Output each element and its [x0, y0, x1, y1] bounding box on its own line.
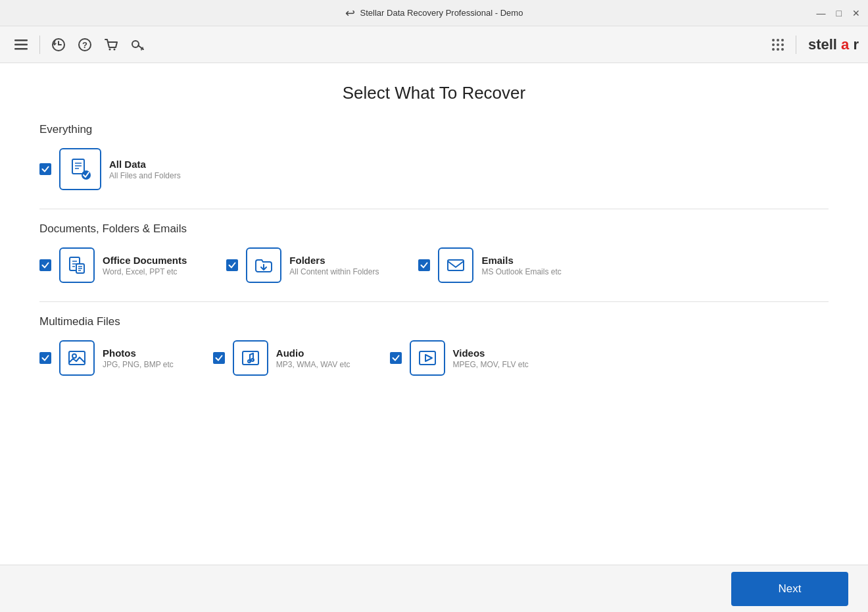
multimedia-section: Multimedia Files Photos [39, 315, 829, 376]
checkmark-icon [392, 354, 400, 362]
toolbar-separator-2 [796, 36, 796, 54]
office-documents-icon [67, 255, 87, 275]
emails-desc: MS Outlook Emails etc [481, 267, 561, 276]
multimedia-items-row: Photos JPG, PNG, BMP etc [39, 340, 829, 376]
photos-checkbox[interactable] [39, 352, 51, 364]
videos-checkbox[interactable] [390, 352, 402, 364]
folders-icon-box [246, 247, 281, 283]
app-title: Stellar Data Recovery Professional - Dem… [360, 8, 523, 18]
title-bar: ↩ Stellar Data Recovery Professional - D… [0, 0, 868, 26]
photos-name: Photos [103, 347, 174, 359]
all-data-item[interactable]: All Data All Files and Folders [39, 148, 181, 190]
videos-icon [418, 348, 437, 368]
emails-text: Emails MS Outlook Emails etc [481, 255, 561, 276]
stellar-logo-accent: a [837, 36, 854, 53]
menu-button[interactable] [9, 33, 33, 57]
svg-rect-1 [14, 43, 28, 45]
restore-icon [51, 38, 66, 52]
toolbar-right: stell a r [772, 36, 859, 54]
svg-rect-24 [69, 351, 85, 365]
folders-checkbox[interactable] [226, 259, 238, 271]
emails-name: Emails [481, 255, 561, 266]
divider-1 [39, 209, 829, 209]
office-documents-item[interactable]: Office Documents Word, Excel, PPT etc [39, 247, 187, 283]
all-data-name: All Data [109, 159, 181, 170]
emails-icon-box [438, 247, 473, 283]
restore-button[interactable]: □ [836, 9, 842, 18]
all-data-icon-box [59, 148, 101, 190]
everything-section: Everything [39, 123, 829, 190]
restore-button[interactable] [47, 33, 70, 57]
documents-items-row: Office Documents Word, Excel, PPT etc [39, 247, 829, 283]
back-arrow-icon: ↩ [345, 6, 355, 20]
svg-rect-29 [420, 351, 435, 365]
office-documents-name: Office Documents [103, 255, 187, 266]
photos-desc: JPG, PNG, BMP etc [103, 360, 174, 369]
everything-section-title: Everything [39, 123, 829, 136]
toolbar: ? stell a r [0, 26, 868, 63]
office-documents-text: Office Documents Word, Excel, PPT etc [103, 255, 187, 276]
videos-desc: MPEG, MOV, FLV etc [453, 360, 529, 369]
svg-marker-30 [425, 355, 432, 361]
photos-icon [67, 348, 87, 368]
title-bar-text: ↩ Stellar Data Recovery Professional - D… [345, 6, 523, 20]
folders-text: Folders All Content within Folders [289, 255, 379, 276]
documents-section: Documents, Folders & Emails [39, 222, 829, 283]
next-button[interactable]: Next [731, 572, 848, 606]
folders-name: Folders [289, 255, 379, 266]
photos-text: Photos JPG, PNG, BMP etc [103, 347, 174, 369]
main-content: Select What To Recover Everything [0, 63, 868, 565]
audio-name: Audio [276, 347, 350, 359]
all-data-desc: All Files and Folders [109, 171, 181, 180]
emails-item[interactable]: Emails MS Outlook Emails etc [418, 247, 561, 283]
toolbar-separator-1 [39, 36, 40, 54]
apps-grid-icon[interactable] [772, 39, 784, 51]
audio-icon-box [233, 340, 268, 376]
emails-icon [446, 255, 466, 275]
svg-point-8 [132, 41, 139, 47]
svg-point-6 [109, 48, 111, 50]
checkmark-icon [41, 354, 49, 362]
close-button[interactable]: ✕ [852, 9, 860, 18]
audio-text: Audio MP3, WMA, WAV etc [276, 347, 350, 369]
svg-rect-2 [14, 48, 28, 50]
office-documents-checkbox[interactable] [39, 259, 51, 271]
checkmark-icon [420, 261, 428, 269]
svg-rect-0 [14, 39, 28, 41]
checkmark-icon [41, 165, 49, 173]
emails-checkbox[interactable] [418, 259, 430, 271]
help-button[interactable]: ? [73, 33, 97, 57]
key-button[interactable] [126, 33, 149, 57]
svg-text:?: ? [82, 40, 87, 50]
photos-icon-box [59, 340, 95, 376]
office-documents-icon-box [59, 247, 95, 283]
divider-2 [39, 301, 829, 302]
audio-item[interactable]: Audio MP3, WMA, WAV etc [213, 340, 350, 376]
window-controls: — □ ✕ [817, 9, 860, 18]
key-icon [130, 38, 145, 52]
folders-item[interactable]: Folders All Content within Folders [226, 247, 379, 283]
checkmark-icon [41, 261, 49, 269]
minimize-button[interactable]: — [817, 9, 826, 18]
videos-name: Videos [453, 347, 529, 359]
photos-item[interactable]: Photos JPG, PNG, BMP etc [39, 340, 174, 376]
cart-icon [104, 38, 118, 52]
videos-text: Videos MPEG, MOV, FLV etc [453, 347, 529, 369]
audio-icon [241, 348, 260, 368]
footer: Next [0, 565, 868, 612]
all-data-icon [68, 157, 93, 182]
svg-rect-9 [72, 159, 84, 174]
cart-button[interactable] [99, 33, 123, 57]
help-icon: ? [78, 38, 92, 52]
all-data-text: All Data All Files and Folders [109, 159, 181, 180]
stellar-logo: stell a r [808, 36, 859, 53]
page-title: Select What To Recover [39, 83, 829, 103]
audio-checkbox[interactable] [213, 352, 225, 364]
svg-rect-23 [448, 260, 464, 270]
all-data-checkbox[interactable] [39, 163, 51, 175]
folders-icon [254, 255, 274, 275]
svg-point-25 [72, 354, 76, 358]
checkmark-icon [228, 261, 236, 269]
hamburger-icon [14, 39, 28, 50]
videos-item[interactable]: Videos MPEG, MOV, FLV etc [390, 340, 529, 376]
